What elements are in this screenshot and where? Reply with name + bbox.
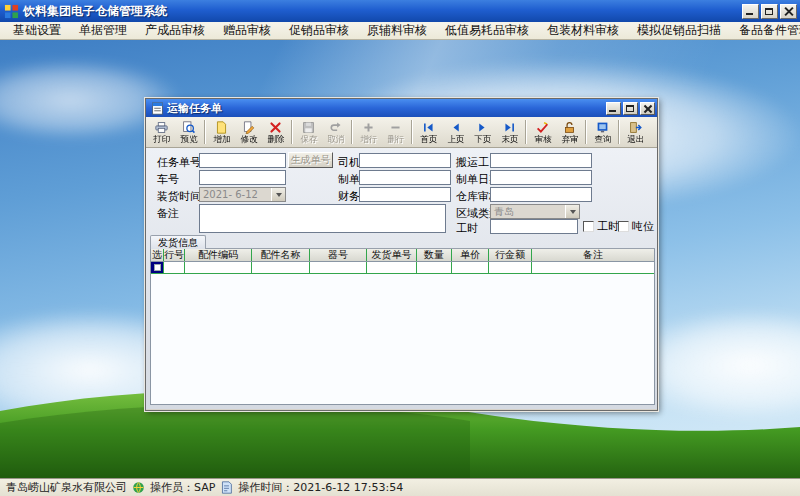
close-icon — [643, 104, 652, 113]
menu-document-mgmt[interactable]: 单据管理 — [70, 21, 136, 40]
empty-cell — [310, 262, 367, 273]
task-no-input[interactable] — [199, 153, 286, 168]
maker-input[interactable] — [359, 170, 451, 185]
last-page-icon — [503, 121, 516, 134]
checkbox-icon — [583, 221, 594, 232]
chevron-down-icon — [565, 205, 579, 218]
app-icon — [4, 4, 19, 19]
menu-raw-material-audit[interactable]: 原辅料审核 — [358, 21, 436, 40]
prev-page-button[interactable]: 上页 — [442, 118, 469, 146]
empty-cell — [489, 262, 532, 273]
undo-arrow-icon — [329, 121, 342, 134]
col-remark[interactable]: 备注 — [532, 249, 654, 261]
checkbox-icon — [618, 221, 629, 232]
prev-page-label: 上页 — [447, 134, 464, 144]
dialog-icon — [151, 102, 164, 115]
maximize-button[interactable] — [761, 4, 778, 19]
warehouse-audit-input[interactable] — [490, 187, 592, 202]
toolbar-separator — [204, 120, 206, 144]
col-ship-order-no[interactable]: 发货单号 — [367, 249, 417, 261]
delete-x-icon — [269, 121, 282, 134]
menu-promo-audit[interactable]: 促销品审核 — [280, 21, 358, 40]
tonnage-checkbox[interactable]: 吨位 — [618, 219, 654, 234]
empty-cell — [417, 262, 452, 273]
chevron-down-icon — [271, 188, 285, 201]
print-label: 打印 — [153, 134, 170, 144]
cancel-button: 取消 — [322, 118, 349, 146]
delete-button[interactable]: 删除 — [262, 118, 289, 146]
hours-input[interactable] — [490, 219, 578, 234]
query-button[interactable]: 查询 — [589, 118, 616, 146]
add-row-label: 增行 — [360, 134, 377, 144]
dialog-minimize-button[interactable] — [606, 102, 621, 115]
empty-cell — [532, 262, 654, 273]
menu-low-value-audit[interactable]: 低值易耗品审核 — [436, 21, 538, 40]
dialog-toolbar: 打印 预览 增加 修改 删除 保存 取消 — [146, 117, 657, 148]
delete-label: 删除 — [267, 134, 284, 144]
col-device-no[interactable]: 器号 — [310, 249, 367, 261]
dialog-maximize-button[interactable] — [623, 102, 638, 115]
empty-cell — [164, 262, 185, 273]
col-row-no[interactable]: 行号 — [164, 249, 185, 261]
unaudit-lock-icon — [563, 121, 576, 134]
unaudit-label: 弃审 — [561, 134, 578, 144]
vehicle-input[interactable] — [199, 170, 286, 185]
next-page-label: 下页 — [474, 134, 491, 144]
col-quantity[interactable]: 数量 — [417, 249, 452, 261]
tab-shipping-info[interactable]: 发货信息 — [150, 235, 206, 249]
hours-label: 工时 — [456, 221, 478, 236]
hours-check-label: 工时 — [597, 219, 619, 234]
unaudit-button[interactable]: 弃审 — [556, 118, 583, 146]
make-date-input[interactable] — [490, 170, 592, 185]
note-icon — [220, 481, 233, 494]
print-button[interactable]: 打印 — [148, 118, 175, 146]
porter-input[interactable] — [490, 153, 592, 168]
dialog-titlebar: 运输任务单 — [146, 99, 657, 117]
next-page-icon — [476, 121, 489, 134]
add-label: 增加 — [213, 134, 230, 144]
col-part-code[interactable]: 配件编码 — [185, 249, 252, 261]
exit-button[interactable]: 退出 — [622, 118, 649, 146]
minimize-button[interactable] — [742, 4, 759, 19]
audit-label: 审核 — [534, 134, 551, 144]
save-label: 保存 — [300, 134, 317, 144]
col-unit-price[interactable]: 单价 — [452, 249, 489, 261]
grid-header: 选 行号 配件编码 配件名称 器号 发货单号 数量 单价 行金额 备注 — [151, 249, 654, 262]
hours-checkbox[interactable]: 工时 — [583, 219, 619, 234]
delete-row-label: 删行 — [387, 134, 404, 144]
table-row[interactable] — [151, 262, 654, 274]
save-floppy-icon — [302, 121, 315, 134]
generate-no-button: 生成单号 — [288, 152, 333, 168]
empty-cell — [185, 262, 252, 273]
dialog-close-button[interactable] — [640, 102, 655, 115]
col-select[interactable]: 选 — [151, 249, 164, 261]
selected-cell[interactable] — [151, 262, 164, 273]
menu-packaging-audit[interactable]: 包装材料审核 — [538, 21, 628, 40]
driver-input[interactable] — [359, 153, 451, 168]
add-button[interactable]: 增加 — [208, 118, 235, 146]
menu-basic-settings[interactable]: 基础设置 — [4, 21, 70, 40]
col-part-name[interactable]: 配件名称 — [252, 249, 310, 261]
maximize-icon — [765, 8, 773, 15]
menu-simulated-promo-scan[interactable]: 模拟促销品扫描 — [628, 21, 730, 40]
finance-audit-input[interactable] — [359, 187, 451, 202]
first-page-button[interactable]: 首页 — [415, 118, 442, 146]
close-icon — [783, 6, 794, 17]
menu-spare-parts-mgmt[interactable]: 备品备件管理 — [730, 21, 800, 40]
preview-button[interactable]: 预览 — [175, 118, 202, 146]
next-page-button[interactable]: 下页 — [469, 118, 496, 146]
prev-page-icon — [449, 121, 462, 134]
query-monitor-icon — [596, 121, 609, 134]
menu-gift-audit[interactable]: 赠品审核 — [214, 21, 280, 40]
maximize-icon — [626, 105, 634, 112]
close-button[interactable] — [780, 4, 797, 19]
region-type-value: 青岛 — [494, 205, 514, 219]
task-no-label: 任务单号 — [157, 155, 201, 170]
col-line-amount[interactable]: 行金额 — [489, 249, 532, 261]
audit-button[interactable]: 审核 — [529, 118, 556, 146]
remark-textarea[interactable] — [199, 204, 446, 233]
modify-button[interactable]: 修改 — [235, 118, 262, 146]
menu-finished-goods-audit[interactable]: 产成品审核 — [136, 21, 214, 40]
last-page-button[interactable]: 末页 — [496, 118, 523, 146]
audit-check-icon — [536, 121, 549, 134]
